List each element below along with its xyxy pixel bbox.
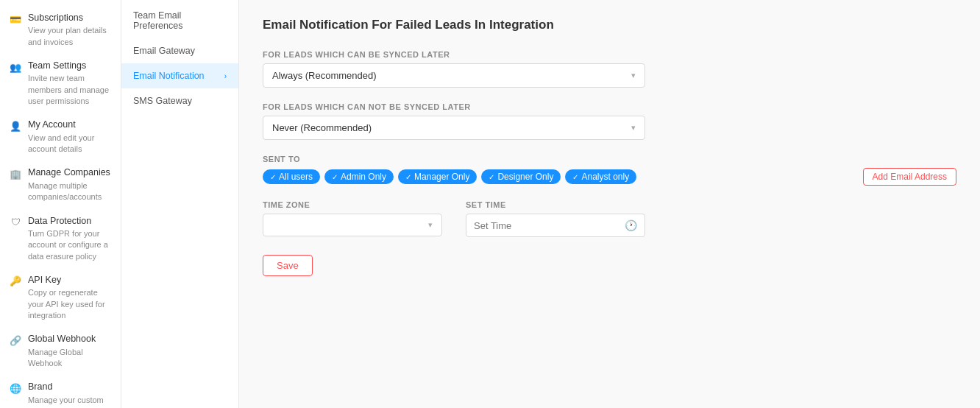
- sidebar-item-data-protection[interactable]: 🛡 Data Protection Turn GDPR for your acc…: [0, 209, 121, 268]
- tag-all-users[interactable]: ✓All users: [263, 169, 320, 184]
- middle-nav-item-team-email-prefs[interactable]: Team Email Preferences: [121, 3, 238, 38]
- set-time-group: SET TIME 🕐: [466, 200, 645, 237]
- tag-label-analyst-only: Analyst only: [581, 172, 629, 182]
- my-account-icon: 👤: [9, 119, 22, 133]
- synced-later-label: FOR LEADS WHICH CAN BE SYNCED LATER: [263, 50, 956, 59]
- sent-to-label: SENT TO: [263, 155, 956, 163]
- tag-admin-only[interactable]: ✓Admin Only: [324, 169, 394, 184]
- synced-later-value: Always (Recommended): [272, 70, 377, 81]
- tag-label-designer-only: Designer Only: [497, 172, 553, 182]
- tag-check-icon: ✓: [572, 173, 578, 181]
- add-email-button[interactable]: Add Email Address: [863, 168, 956, 186]
- sidebar-title-manage-companies: Manage Companies: [28, 166, 112, 178]
- time-zone-arrow-icon: ▾: [428, 220, 433, 230]
- tag-check-icon: ✓: [489, 173, 494, 181]
- sidebar-title-api-key: API Key: [28, 274, 112, 286]
- middle-nav-item-sms-gateway[interactable]: SMS Gateway: [121, 88, 238, 113]
- middle-nav-label-team-email-prefs: Team Email Preferences: [133, 10, 227, 31]
- sidebar-title-my-account: My Account: [28, 119, 112, 130]
- sidebar-item-team-settings[interactable]: 👥 Team Settings Invite new team members …: [0, 54, 121, 113]
- page-title: Email Notification For Failed Leads In I…: [263, 18, 956, 32]
- synced-later-arrow-icon: ▾: [631, 71, 636, 80]
- set-time-input[interactable]: [474, 220, 625, 231]
- sidebar-item-manage-companies[interactable]: 🏢 Manage Companies Manage multiple compa…: [0, 161, 121, 208]
- sidebar-desc-my-account: View and edit your account details: [28, 133, 112, 155]
- sidebar: 💳 Subscriptions View your plan details a…: [0, 0, 121, 408]
- tag-check-icon: ✓: [332, 173, 338, 181]
- manage-companies-icon: 🏢: [9, 167, 22, 180]
- set-time-input-wrap: 🕐: [466, 214, 645, 237]
- middle-nav-item-email-gateway[interactable]: Email Gateway: [121, 38, 238, 63]
- set-time-label: SET TIME: [466, 200, 645, 209]
- sidebar-desc-global-webhook: Manage Global Webhook: [28, 347, 112, 370]
- sidebar-title-global-webhook: Global Webhook: [28, 333, 112, 345]
- global-webhook-icon: 🔗: [9, 334, 22, 347]
- sidebar-title-subscriptions: Subscriptions: [28, 12, 112, 24]
- sidebar-title-team-settings: Team Settings: [28, 60, 112, 71]
- time-zone-label: TIME ZONE: [263, 200, 442, 209]
- sidebar-item-api-key[interactable]: 🔑 API Key Copy or regenerate your API ke…: [0, 268, 121, 327]
- sidebar-desc-subscriptions: View your plan details and invoices: [28, 25, 112, 48]
- sidebar-desc-team-settings: Invite new team members and manage user …: [28, 73, 112, 107]
- tag-check-icon: ✓: [270, 173, 276, 181]
- brand-icon: 🌐: [9, 381, 22, 395]
- api-key-icon: 🔑: [9, 275, 22, 288]
- middle-nav-item-email-notification[interactable]: Email Notification ›: [121, 63, 238, 88]
- subscriptions-icon: 💳: [9, 13, 22, 26]
- time-row: TIME ZONE ▾ SET TIME 🕐: [263, 200, 645, 237]
- tag-manager-only[interactable]: ✓Manager Only: [398, 169, 477, 184]
- tags-row: ✓All users✓Admin Only✓Manager Only✓Desig…: [263, 168, 956, 186]
- sidebar-item-my-account[interactable]: 👤 My Account View and edit your account …: [0, 113, 121, 161]
- sidebar-item-subscriptions[interactable]: 💳 Subscriptions View your plan details a…: [0, 6, 121, 54]
- synced-later-group: FOR LEADS WHICH CAN BE SYNCED LATER Alwa…: [263, 50, 956, 88]
- sidebar-title-brand: Brand: [28, 381, 112, 393]
- middle-nav-chevron-email-notification: ›: [224, 72, 227, 80]
- not-synced-arrow-icon: ▾: [631, 123, 636, 133]
- middle-nav-label-sms-gateway: SMS Gateway: [133, 96, 192, 106]
- synced-later-select[interactable]: Always (Recommended) ▾: [263, 63, 645, 88]
- not-synced-label: FOR LEADS WHICH CAN NOT BE SYNCED LATER: [263, 102, 956, 111]
- team-settings-icon: 👥: [9, 60, 22, 74]
- not-synced-group: FOR LEADS WHICH CAN NOT BE SYNCED LATER …: [263, 102, 956, 140]
- clock-icon: 🕐: [625, 219, 637, 231]
- sidebar-desc-brand: Manage your custom domain or Outgrow sub…: [28, 395, 112, 408]
- middle-nav-label-email-notification: Email Notification: [133, 71, 205, 81]
- sidebar-item-global-webhook[interactable]: 🔗 Global Webhook Manage Global Webhook: [0, 327, 121, 375]
- sidebar-desc-api-key: Copy or regenerate your API key used for…: [28, 287, 112, 321]
- tag-label-admin-only: Admin Only: [341, 172, 386, 182]
- not-synced-select[interactable]: Never (Recommended) ▾: [263, 116, 645, 140]
- sidebar-desc-data-protection: Turn GDPR for your account or configure …: [28, 228, 112, 262]
- save-button[interactable]: Save: [263, 255, 313, 276]
- sidebar-title-data-protection: Data Protection: [28, 215, 112, 227]
- middle-nav-label-email-gateway: Email Gateway: [133, 46, 195, 56]
- sidebar-desc-manage-companies: Manage multiple companies/accounts: [28, 180, 112, 203]
- not-synced-value: Never (Recommended): [272, 122, 372, 133]
- main-content: Email Notification For Failed Leads In I…: [239, 0, 980, 408]
- sent-to-section: SENT TO ✓All users✓Admin Only✓Manager On…: [263, 155, 956, 186]
- tag-designer-only[interactable]: ✓Designer Only: [481, 169, 561, 184]
- sidebar-item-brand[interactable]: 🌐 Brand Manage your custom domain or Out…: [0, 375, 121, 408]
- middle-nav: Team Email Preferences Email Gateway Ema…: [121, 0, 239, 408]
- tag-label-manager-only: Manager Only: [414, 172, 469, 182]
- tag-check-icon: ✓: [405, 173, 411, 181]
- tag-label-all-users: All users: [279, 172, 313, 182]
- time-zone-group: TIME ZONE ▾: [263, 200, 442, 237]
- tag-analyst-only[interactable]: ✓Analyst only: [565, 169, 636, 184]
- time-zone-select[interactable]: ▾: [263, 214, 442, 236]
- data-protection-icon: 🛡: [9, 216, 22, 229]
